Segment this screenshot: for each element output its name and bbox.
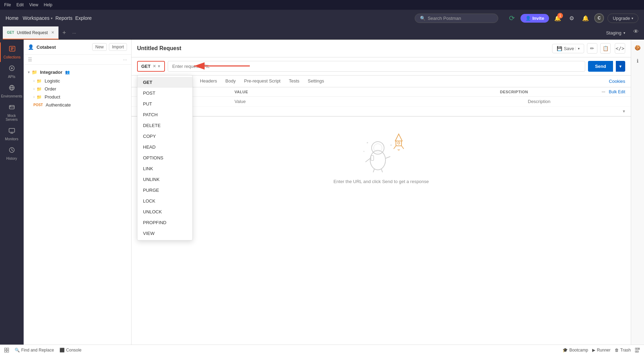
method-option-lock[interactable]: LOCK xyxy=(137,196,192,206)
tab-tests[interactable]: Tests xyxy=(285,76,303,87)
tab-add-button[interactable]: + xyxy=(59,26,70,39)
runner-icon[interactable]: ⟳ xyxy=(507,13,517,23)
import-button[interactable]: Import xyxy=(109,43,127,51)
col-actions-header: ··· Bulk Edit xyxy=(597,89,625,94)
sidebar-item-apis[interactable]: APIs xyxy=(0,62,23,81)
method-option-patch[interactable]: PATCH xyxy=(137,109,192,120)
folder-logistic[interactable]: › 📁 Logistic xyxy=(24,77,131,85)
notifications-icon[interactable]: 🔔 1 xyxy=(552,13,563,23)
svg-rect-34 xyxy=(635,348,637,349)
nav-explore[interactable]: Explore xyxy=(75,15,92,21)
right-info-icon[interactable]: ℹ xyxy=(633,56,643,66)
sidebar-collections-label: Collections xyxy=(3,55,21,59)
bootcamp-icon: 🎓 xyxy=(563,348,568,353)
method-selector[interactable]: GET ✕ ▾ xyxy=(137,61,165,72)
method-option-copy[interactable]: COPY xyxy=(137,131,192,142)
url-input[interactable] xyxy=(168,61,585,72)
sidebar-item-monitors[interactable]: Monitors xyxy=(0,124,23,144)
method-option-get[interactable]: GET xyxy=(137,77,192,88)
sidebar-item-history[interactable]: History xyxy=(0,144,23,163)
tab-pre-request-script[interactable]: Pre-request Script xyxy=(240,76,285,87)
avatar[interactable]: C xyxy=(594,13,604,23)
grid-view-button[interactable] xyxy=(635,348,640,353)
upgrade-label: Upgrade xyxy=(613,16,630,21)
method-option-unlock[interactable]: UNLOCK xyxy=(137,206,192,217)
panel-more-icon[interactable]: ··· xyxy=(123,57,127,62)
response-hint: Enter the URL and click Send to get a re… xyxy=(333,179,429,184)
svg-rect-28 xyxy=(396,141,401,146)
search-placeholder: Search Postman xyxy=(428,16,461,21)
description-button[interactable]: 📋 xyxy=(600,43,611,54)
right-cookie-icon[interactable]: 🍪 xyxy=(633,42,643,53)
tab-more-button[interactable]: ··· xyxy=(70,26,79,39)
env-selector[interactable]: Staging ▾ xyxy=(601,26,631,39)
tab-body[interactable]: Body xyxy=(221,76,240,87)
console-button[interactable]: ⬛ Console xyxy=(59,348,81,353)
updates-icon[interactable]: 🔔 xyxy=(580,13,591,23)
method-option-propfind[interactable]: PROPFIND xyxy=(137,217,192,228)
eye-icon[interactable]: 👁 xyxy=(631,26,641,37)
upgrade-button[interactable]: Upgrade ▾ xyxy=(607,14,638,23)
tab-title: Untitled Request xyxy=(17,30,48,35)
method-option-view[interactable]: VIEW xyxy=(137,228,192,239)
trash-button[interactable]: 🗑 Trash xyxy=(615,348,631,353)
method-option-put[interactable]: PUT xyxy=(137,98,192,109)
sidebar-item-collections[interactable]: Collections xyxy=(0,42,23,62)
tab-untitled-request[interactable]: GET Untitled Request ✕ xyxy=(3,26,59,39)
nav-home[interactable]: Home xyxy=(6,15,18,21)
new-button[interactable]: New xyxy=(92,43,107,51)
svg-line-20 xyxy=(366,158,370,162)
search-bar[interactable]: 🔍 Search Postman xyxy=(415,14,498,23)
method-option-post[interactable]: POST xyxy=(137,88,192,98)
tab-close-icon[interactable]: ✕ xyxy=(51,30,54,35)
menu-file[interactable]: File xyxy=(4,2,11,7)
nav-workspaces[interactable]: Workspaces ▾ xyxy=(23,15,53,21)
menu-view[interactable]: View xyxy=(29,2,38,7)
bootcamp-button[interactable]: 🎓 Bootcamp xyxy=(563,348,588,353)
save-button[interactable]: 💾 Save ▾ xyxy=(552,44,584,53)
method-chevron-icon[interactable]: ▾ xyxy=(158,64,160,69)
code-button[interactable]: </> xyxy=(615,43,625,54)
folder-product[interactable]: › 📁 Product xyxy=(24,93,131,101)
console-icon: ⬛ xyxy=(59,348,65,353)
settings-icon[interactable]: ⚙ xyxy=(566,13,577,23)
cookies-link[interactable]: Cookies xyxy=(609,79,625,84)
bottom-layout-icon[interactable] xyxy=(4,348,9,353)
send-dropdown-button[interactable]: ▾ xyxy=(616,61,625,72)
menu-edit[interactable]: Edit xyxy=(16,2,24,7)
method-label: GET xyxy=(141,64,151,69)
notif-badge: 1 xyxy=(557,13,563,18)
nav-workspaces-label: Workspaces xyxy=(23,15,49,21)
sidebar-item-environments[interactable]: Environments xyxy=(0,81,23,101)
save-chevron: ▾ xyxy=(575,47,580,50)
method-option-options[interactable]: OPTIONS xyxy=(137,152,192,163)
tab-bar: GET Untitled Request ✕ + ··· Staging ▾ 👁 xyxy=(0,26,644,40)
tab-headers[interactable]: Headers xyxy=(196,76,221,87)
folder-order[interactable]: › 📁 Order xyxy=(24,85,131,93)
edit-button[interactable]: ✏ xyxy=(587,43,597,54)
request-title: Untitled Request xyxy=(137,45,342,52)
sidebar-item-mock-servers[interactable]: Mock Servers xyxy=(0,101,23,124)
find-replace-button[interactable]: 🔍 Find and Replace xyxy=(15,348,54,353)
method-clear-icon[interactable]: ✕ xyxy=(153,64,156,69)
nav-reports[interactable]: Reports xyxy=(55,15,72,21)
invite-button[interactable]: 👤 Invite xyxy=(520,14,549,23)
bulk-edit-button[interactable]: Bulk Edit xyxy=(609,89,625,94)
response-chevron[interactable]: ▾ xyxy=(623,109,625,114)
menu-help[interactable]: Help xyxy=(44,2,53,7)
bulk-edit-dots[interactable]: ··· xyxy=(602,90,605,94)
param-desc-input[interactable] xyxy=(528,99,625,104)
method-option-link[interactable]: LINK xyxy=(137,163,192,174)
runner-button[interactable]: ▶ Runner xyxy=(592,348,610,353)
send-button[interactable]: Send xyxy=(588,61,613,72)
method-option-head[interactable]: HEAD xyxy=(137,142,192,152)
param-value-input[interactable] xyxy=(234,99,528,104)
method-option-unlink[interactable]: UNLINK xyxy=(137,174,192,185)
method-option-delete[interactable]: DELETE xyxy=(137,120,192,131)
request-authenticate[interactable]: POST Authenticate xyxy=(24,101,131,109)
collection-integrador[interactable]: ▾ 📁 Integrador 👥 xyxy=(24,68,131,77)
params-section: KEY VALUE DESCRIPTION ··· Bulk Edit xyxy=(132,87,631,345)
integrador-icon: 📁 xyxy=(32,70,37,75)
tab-settings[interactable]: Settings xyxy=(304,76,328,87)
method-option-purge[interactable]: PURGE xyxy=(137,185,192,196)
